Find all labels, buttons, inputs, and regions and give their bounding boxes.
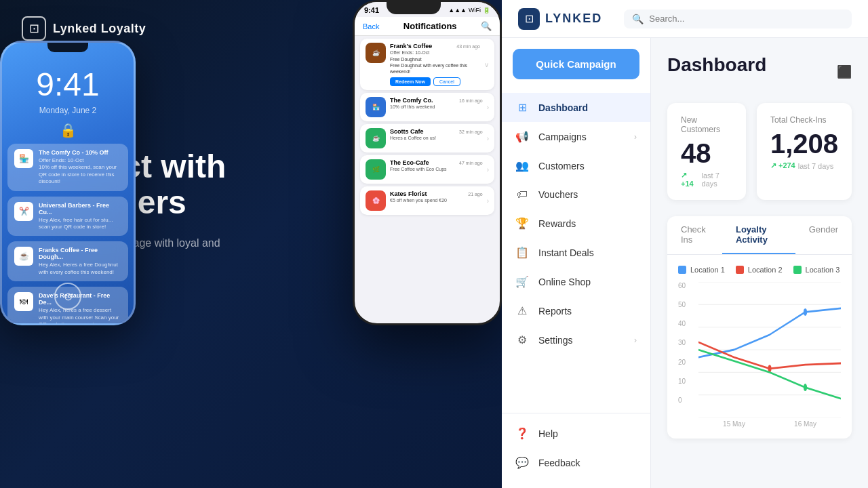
sidebar-bottom: ❓ Help 💬 Feedback [502, 413, 650, 477]
sidebar-item-settings-label: Settings [538, 335, 573, 346]
quick-campaign-button[interactable]: Quick Campaign [513, 49, 639, 79]
phone2-search-icon[interactable]: 🔍 [481, 21, 492, 31]
chart-tabs: Check Ins Loyalty Activity Gender [667, 216, 852, 255]
legend-location2: Location 2 [736, 266, 783, 274]
top-bar: ⊡ LYNKED 🔍 [502, 0, 868, 38]
phone2-notif-eco-avatar: 🌿 [366, 159, 386, 180]
phone2-notif-franks-actions: Redeem Now Cancel [390, 77, 480, 86]
phone-lockscreen: 9:41 Monday, June 2 🔒 🏪 The Comfy Co - 1… [0, 41, 136, 325]
phone2-notif-scotts-avatar: ☕ [366, 128, 386, 148]
phone2-notif-franks-name: Frank's Coffee [390, 43, 432, 49]
chart-section: Check Ins Loyalty Activity Gender Locati… [667, 216, 852, 439]
phone1-time: 9:41 [2, 66, 134, 103]
phone2-notif-comfy-subtitle: 10% off this weekend [390, 104, 483, 109]
phone2-notif-eco-time: 47 min ago [459, 161, 483, 165]
y-label-0: 0 [678, 396, 686, 404]
phone2-nav-bar: Back Notifications 🔍 [355, 17, 500, 36]
x-label-15may: 15 May [723, 420, 745, 428]
phone1-notif-3: ☕ Franks Coffee - Free Dough... Hey Alex… [7, 241, 128, 281]
phone1-notif1-icon: 🏪 [14, 149, 33, 168]
phone1-notif2-title: Universal Barbers - Free Cu... [39, 202, 121, 216]
phone2-notif-scotts-header: Scotts Cafe 32 min ago [390, 128, 483, 135]
feedback-icon: 💬 [515, 456, 529, 469]
brand-name: Lynked Loyalty [53, 22, 146, 36]
x-label-16may: 16 May [794, 420, 816, 428]
legend-label-location1: Location 1 [690, 266, 725, 274]
tab-loyalty-activity[interactable]: Loyalty Activity [722, 216, 795, 254]
phone2-notif-comfy-chevron: › [487, 104, 489, 111]
sidebar-item-reports[interactable]: ⚠ Reports [502, 296, 650, 325]
phone2-notif-comfy-content: The Comfy Co. 16 min ago 10% off this we… [390, 97, 483, 109]
sidebar-item-help-label: Help [538, 428, 558, 439]
legend-dot-location3 [793, 266, 802, 274]
phone2-notif-kates-header: Kates Florist 21 ago [390, 190, 483, 197]
phone2-time: 9:41 [364, 6, 379, 14]
phone2-notif-eco-name: The Eco-Cafe [390, 159, 429, 166]
phone2-notif-franks: ☕ Frank's Coffee 43 min ago Offer Ends: … [360, 39, 494, 90]
campaigns-chevron-icon: › [634, 132, 637, 142]
new-customers-period: last 7 days [702, 171, 732, 188]
main-content: Quick Campaign ⊞ Dashboard 📢 Campaigns ›… [502, 38, 868, 488]
help-icon: ❓ [515, 427, 529, 440]
search-container[interactable]: 🔍 [624, 9, 852, 28]
dashboard-icon: ⊞ [515, 101, 529, 114]
svg-point-7 [804, 308, 807, 316]
total-checkins-change-value: +274 [778, 161, 795, 169]
phone2-notif-scotts: ☕ Scotts Cafe 32 min ago Heres a Coffee … [360, 124, 494, 152]
stat-total-checkins-value: 1,208 [770, 130, 838, 157]
brand-header: ⊡ Lynked Loyalty [22, 16, 146, 41]
phone2-notch [387, 2, 441, 14]
phone2-notif-scotts-chevron: › [487, 135, 489, 142]
sidebar-item-instant-deals-label: Instant Deals [538, 247, 594, 258]
phone2-notif-eco: 🌿 The Eco-Cafe 47 min ago Free Coffee wi… [360, 155, 494, 184]
legend-location3: Location 3 [793, 266, 840, 274]
tab-gender[interactable]: Gender [795, 216, 852, 254]
phone2-notif-scotts-content: Scotts Cafe 32 min ago Heres a Coffee on… [390, 128, 483, 140]
phone2-notif-eco-header: The Eco-Cafe 47 min ago [390, 159, 483, 166]
stats-row: New Customers 48 ↗ +14 last 7 days Total… [667, 103, 852, 200]
phone2-notif-comfy-name: The Comfy Co. [390, 97, 433, 104]
sidebar-item-settings[interactable]: ⚙ Settings › [502, 325, 650, 354]
phone1-notif-1: 🏪 The Comfy Co - 10% Off Offer Ends: 10-… [7, 144, 128, 191]
sidebar-item-rewards-label: Rewards [538, 218, 576, 229]
sidebar-item-customers[interactable]: 👥 Customers [502, 151, 650, 180]
sidebar-item-online-shop[interactable]: 🛒 Online Shop [502, 267, 650, 296]
chart-x-labels: 15 May 16 May [678, 420, 841, 428]
sidebar-item-vouchers-label: Vouchers [538, 189, 578, 200]
sidebar-item-dashboard[interactable]: ⊞ Dashboard [502, 93, 650, 122]
svg-point-9 [804, 384, 807, 391]
stat-new-customers-value: 48 [681, 140, 732, 167]
sidebar-item-campaigns[interactable]: 📢 Campaigns › [502, 122, 650, 151]
y-label-30: 30 [678, 339, 686, 346]
phone1-date: Monday, June 2 [2, 106, 134, 115]
sidebar-item-vouchers[interactable]: 🏷 Vouchers [502, 180, 650, 209]
phone1-notif1-body: Offer Ends: 10-Oct10% off this weekend, … [39, 157, 121, 186]
phone2-notif-franks-avatar: ☕ [366, 43, 386, 63]
sidebar-item-feedback[interactable]: 💬 Feedback [502, 448, 650, 477]
phone2-screen-title: Notifications [403, 21, 457, 31]
phone2-back-button[interactable]: Back [363, 22, 379, 30]
search-icon: 🔍 [632, 14, 644, 24]
dashboard-area: Dashboard ⬛ New Customers 48 ↗ +14 last … [651, 38, 868, 488]
redeem-now-button[interactable]: Redeem Now [390, 77, 431, 86]
sidebar-item-rewards[interactable]: 🏆 Rewards [502, 209, 650, 238]
stat-total-checkins-label: Total Check-Ins [770, 115, 838, 125]
stat-card-total-checkins: Total Check-Ins 1,208 ↗ +274 last 7 days [757, 103, 852, 200]
legend-label-location3: Location 3 [806, 266, 840, 274]
phone2-notif-comfy: 🏪 The Comfy Co. 16 min ago 10% off this … [360, 93, 494, 121]
dashboard-export-icon[interactable]: ⬛ [837, 64, 852, 79]
new-customers-change-value: +14 [681, 180, 694, 188]
sidebar-item-help[interactable]: ❓ Help [502, 419, 650, 448]
cancel-button[interactable]: Cancel [433, 77, 460, 86]
sidebar-item-feedback-label: Feedback [538, 458, 580, 468]
y-label-10: 10 [678, 378, 686, 385]
sidebar-spacer [502, 354, 650, 413]
search-input[interactable] [649, 14, 844, 24]
phone2-notif-kates-content: Kates Florist 21 ago €5 off when you spe… [390, 190, 483, 203]
phone2-notif-scotts-time: 32 min ago [459, 129, 483, 134]
vouchers-icon: 🏷 [515, 188, 529, 201]
tab-check-ins[interactable]: Check Ins [667, 216, 722, 254]
right-section: ⊡ LYNKED 🔍 Quick Campaign ⊞ Dashboard 📢 … [502, 0, 868, 488]
settings-icon: ⚙ [515, 333, 529, 346]
sidebar-item-instant-deals[interactable]: 📋 Instant Deals [502, 238, 650, 267]
